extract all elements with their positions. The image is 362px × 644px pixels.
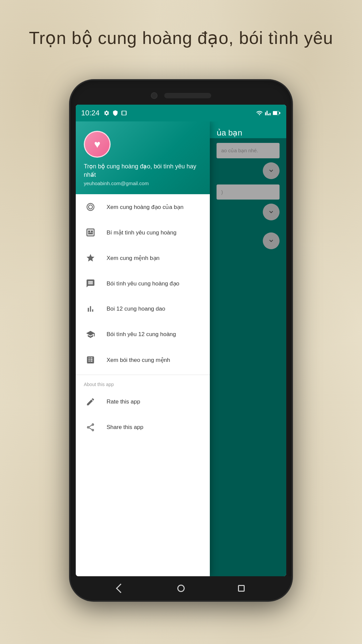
phone-screen: 10:24 xyxy=(76,105,286,576)
page-title: Trọn bộ cung hoàng đạo, bói tình yêu xyxy=(0,27,362,50)
menu-label-share: Share this app xyxy=(107,424,143,431)
status-icons-right xyxy=(256,110,281,116)
wifi-icon xyxy=(256,110,263,116)
svg-rect-1 xyxy=(279,112,280,114)
school-icon xyxy=(84,328,97,341)
frame-icon xyxy=(84,226,97,239)
menu-label-boi12: Boi 12 cung hoang dao xyxy=(107,306,165,312)
status-time: 10:24 xyxy=(81,109,100,117)
phone-frame: 10:24 xyxy=(70,80,292,600)
menu-item-boi12[interactable]: Boi 12 cung hoang dao xyxy=(76,296,210,322)
menu-divider xyxy=(76,375,210,375)
menu-label-destiny: Xem cung mệnh bạn xyxy=(107,255,160,262)
star-icon xyxy=(84,251,97,265)
menu-item-zodiac[interactable]: Xem cung hoàng đạo của bạn xyxy=(76,194,210,220)
circle-icon xyxy=(84,200,97,214)
menu-label-zodiac: Xem cung hoàng đạo của bạn xyxy=(107,204,183,211)
signal-icon xyxy=(265,110,271,116)
menu-label-rate: Rate this app xyxy=(107,398,140,405)
home-button[interactable] xyxy=(176,583,186,594)
menu-label-love-secret: Bí mật tình yêu cung hoàng xyxy=(107,229,176,236)
battery-icon xyxy=(273,110,281,116)
drawer-app-name: Trọn bộ cung hoàng đạo, bói tình yêu hay… xyxy=(84,162,202,179)
drawer-container: Trọn bộ cung hoàng đạo, bói tình yêu hay… xyxy=(76,121,286,576)
list-alt-icon xyxy=(84,353,97,367)
svg-rect-3 xyxy=(273,111,277,115)
menu-item-love-secret[interactable]: Bí mật tình yêu cung hoàng xyxy=(76,220,210,245)
recents-icon xyxy=(238,585,245,592)
navigation-drawer: Trọn bộ cung hoàng đạo, bói tình yêu hay… xyxy=(76,121,210,576)
drawer-menu: Xem cung hoàng đạo của bạn Bí mật tình y… xyxy=(76,194,210,576)
menu-item-share[interactable]: Share this app xyxy=(76,415,210,440)
share-icon xyxy=(84,421,97,434)
bar-chart-icon xyxy=(84,302,97,316)
menu-item-destiny-boi[interactable]: Xem bói theo cung mệnh xyxy=(76,347,210,373)
sim-icon xyxy=(121,110,127,116)
menu-label-love12: Bói tình yêu 12 cung hoàng xyxy=(107,331,176,338)
menu-label-destiny-boi: Xem bói theo cung mệnh xyxy=(107,357,170,364)
chat-icon xyxy=(84,277,97,290)
shield-icon xyxy=(112,110,118,116)
status-bar: 10:24 xyxy=(76,105,286,121)
drawer-scrim[interactable] xyxy=(210,138,286,576)
menu-item-destiny[interactable]: Xem cung mệnh bạn xyxy=(76,245,210,271)
menu-label-love-boi: Bói tình yêu cung hoàng đạo xyxy=(107,280,179,287)
back-button[interactable] xyxy=(115,583,126,594)
app-title-partial: ủa bạn xyxy=(217,128,280,138)
home-icon xyxy=(177,585,185,592)
rate-icon xyxy=(84,395,97,409)
phone-bottom-nav xyxy=(70,576,292,600)
status-icons-left xyxy=(104,110,127,116)
avatar-image xyxy=(85,132,110,157)
menu-item-love-boi[interactable]: Bói tình yêu cung hoàng đạo xyxy=(76,271,210,296)
avatar xyxy=(84,131,111,158)
about-section-label: About this app xyxy=(76,377,210,389)
speaker-grille xyxy=(164,93,211,98)
drawer-header: Trọn bộ cung hoàng đạo, bói tình yêu hay… xyxy=(76,121,210,194)
back-icon xyxy=(116,584,125,593)
menu-item-rate[interactable]: Rate this app xyxy=(76,389,210,415)
camera-dot xyxy=(151,92,158,99)
settings-icon xyxy=(104,110,110,116)
menu-item-love12[interactable]: Bói tình yêu 12 cung hoàng xyxy=(76,322,210,347)
recents-button[interactable] xyxy=(236,583,247,594)
drawer-email: yeuhoabinh.com@gmail.com xyxy=(84,180,202,186)
